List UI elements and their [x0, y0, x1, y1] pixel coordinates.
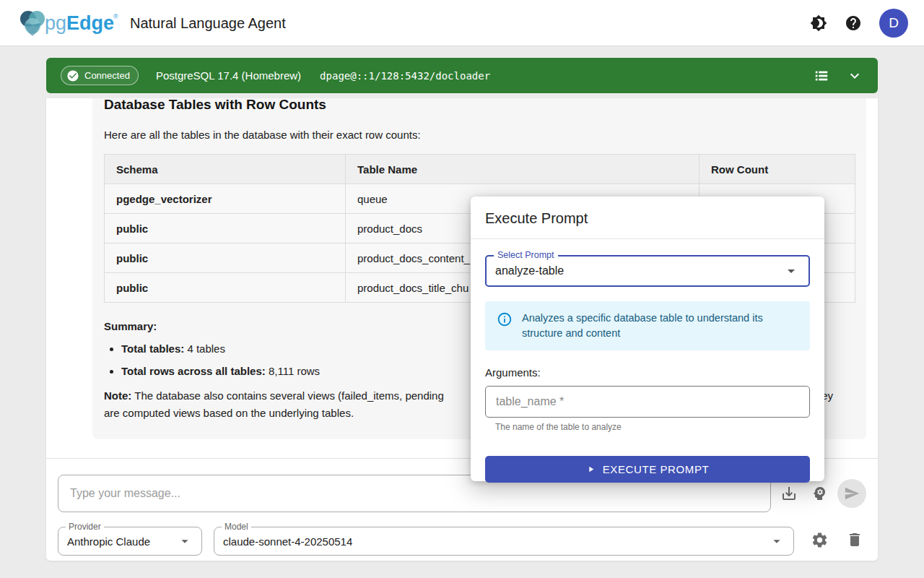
arguments-label: Arguments: — [485, 366, 810, 379]
note-label: Note: — [104, 389, 131, 402]
download-icon[interactable] — [779, 483, 799, 504]
model-select[interactable]: Model claude-sonnet-4-20250514 — [214, 527, 794, 556]
table-name-field[interactable] — [485, 386, 810, 418]
arrow-drop-down-icon — [177, 533, 193, 549]
prompt-select-label: Select Prompt — [494, 250, 558, 260]
dark-mode-toggle-icon[interactable] — [810, 14, 827, 32]
server-version-label: PostgreSQL 17.4 (Homebrew) — [156, 69, 301, 82]
connection-bar: Connected PostgreSQL 17.4 (Homebrew) dpa… — [46, 58, 878, 93]
svg-text:pg: pg — [45, 12, 66, 34]
provider-select-label: Provider — [66, 522, 104, 532]
page-title: Natural Language Agent — [130, 0, 286, 46]
user-avatar[interactable]: D — [879, 9, 908, 38]
message-intro: Here are all the tables in the database … — [104, 129, 855, 141]
execute-prompt-button-label: EXECUTE PROMPT — [603, 463, 710, 475]
app-header: pg Edge ® Natural Language Agent D — [0, 0, 924, 46]
bullet-value: 4 tables — [184, 342, 225, 355]
help-icon[interactable] — [845, 14, 862, 32]
table-name-helper: The name of the table to analyze — [495, 422, 810, 432]
connection-string: dpage@::1/128:5432/docloader — [320, 70, 490, 82]
table-cell: public — [105, 243, 346, 273]
chevron-down-icon[interactable] — [846, 67, 863, 85]
column-header-row-count: Row Count — [699, 155, 855, 184]
table-cell: pgedge_vectorizer — [105, 184, 346, 214]
prompt-select-value: analyze-table — [495, 264, 564, 277]
dialog-divider — [471, 238, 824, 239]
message-heading: Database Tables with Row Counts — [104, 98, 855, 113]
psychology-icon[interactable] — [809, 483, 829, 504]
pgedge-logo-icon: pg Edge ® — [17, 7, 120, 39]
svg-text:®: ® — [113, 13, 118, 20]
prompt-select[interactable]: Select Prompt analyze-table — [485, 255, 810, 287]
send-icon — [844, 486, 860, 501]
provider-select[interactable]: Provider Anthropic Claude — [58, 527, 202, 556]
model-select-value: claude-sonnet-4-20250514 — [223, 535, 352, 548]
bullet-label: Total rows across all tables: — [121, 365, 266, 377]
note-text-1: The database also contains several views… — [131, 389, 443, 402]
prompt-info-alert: Analyzes a specific database table to un… — [485, 301, 810, 350]
info-icon — [497, 311, 513, 327]
gear-icon[interactable] — [809, 530, 829, 550]
column-header-schema: Schema — [105, 155, 346, 184]
table-cell: public — [105, 273, 346, 303]
arrow-drop-down-icon — [783, 262, 800, 280]
prompt-info-text: Analyzes a specific database table to un… — [522, 311, 798, 341]
send-button[interactable] — [837, 479, 866, 508]
dialog-title: Execute Prompt — [485, 210, 810, 227]
execute-prompt-dialog: Execute Prompt Select Prompt analyze-tab… — [471, 197, 824, 481]
bullet-label: Total tables: — [121, 342, 184, 355]
table-cell: public — [105, 214, 346, 243]
trash-icon[interactable] — [845, 530, 865, 550]
connection-list-icon[interactable] — [813, 67, 830, 85]
play-icon — [586, 465, 596, 474]
column-header-table-name: Table Name — [346, 155, 699, 184]
svg-text:Edge: Edge — [66, 12, 114, 34]
connection-status-label: Connected — [84, 70, 130, 81]
bullet-value: 8,111 rows — [266, 365, 320, 377]
pgedge-logo: pg Edge ® — [17, 7, 120, 39]
table-header-row: Schema Table Name Row Count — [105, 155, 855, 184]
arrow-drop-down-icon — [769, 533, 785, 549]
execute-prompt-button[interactable]: EXECUTE PROMPT — [485, 456, 810, 483]
check-circle-icon — [66, 69, 79, 82]
connection-status-badge: Connected — [61, 66, 139, 85]
model-select-label: Model — [222, 522, 251, 532]
provider-select-value: Anthropic Claude — [67, 535, 150, 548]
